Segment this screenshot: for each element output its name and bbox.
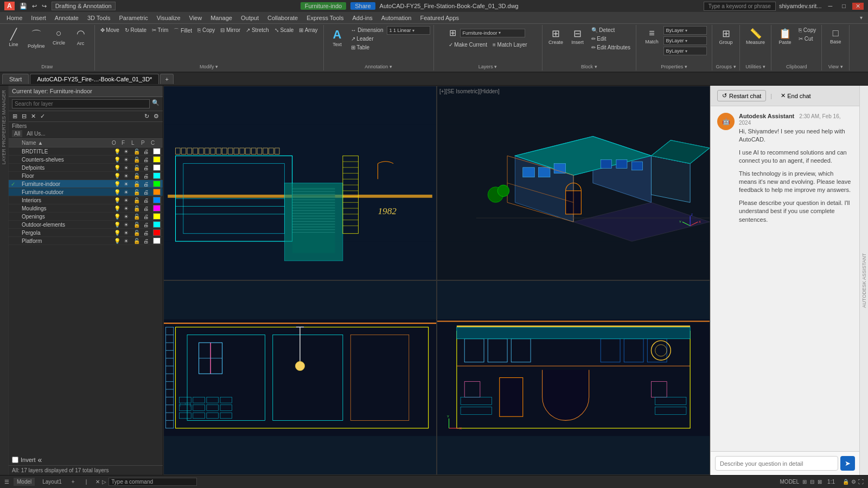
menu-home[interactable]: Home: [2, 14, 27, 22]
layer-row[interactable]: Defpoints 💡 ☀ 🔓 🖨: [9, 164, 163, 172]
layer-plot-icon[interactable]: 🖨: [143, 222, 153, 228]
ribbon-btn-move[interactable]: ✥ Move: [98, 26, 122, 34]
layer-row[interactable]: Pergola 💡 ☀ 🔓 🖨: [9, 229, 163, 237]
ribbon-toggle[interactable]: ▾: [857, 14, 866, 22]
layer-plot-icon[interactable]: 🖨: [143, 173, 153, 179]
layer-current-btn[interactable]: ✓: [39, 112, 47, 120]
layer-row[interactable]: BRDTITLE 💡 ☀ 🔓 🖨: [9, 147, 163, 156]
ribbon-btn-stretch[interactable]: ↗ Stretch: [244, 26, 271, 34]
col-plot[interactable]: P: [141, 140, 151, 146]
viewport-bottom-left[interactable]: [163, 280, 437, 475]
ribbon-btn-copy-clip[interactable]: ⎘ Copy: [796, 26, 818, 34]
ribbon-btn-text[interactable]: A Text: [327, 26, 348, 49]
viewport-top-right[interactable]: [+][SE Isometric][Hidden]: [437, 86, 710, 280]
menu-manage[interactable]: Manage: [206, 14, 237, 22]
layer-on-icon[interactable]: 💡: [114, 214, 124, 220]
layer-freeze-icon[interactable]: ☀: [124, 214, 133, 220]
layer-lock-icon[interactable]: 🔓: [133, 238, 143, 244]
menu-collaborate[interactable]: Collaborate: [263, 14, 302, 22]
layer-plot-icon[interactable]: 🖨: [143, 230, 153, 236]
layout1-tab[interactable]: Layout1: [39, 478, 65, 486]
layer-search-input[interactable]: [12, 99, 150, 108]
layer-row[interactable]: Floor 💡 ☀ 🔓 🖨: [9, 172, 163, 180]
fullscreen-icon[interactable]: ⛶: [858, 479, 864, 485]
ribbon-dropdown-furniture[interactable]: Furniture-indoor▾: [460, 29, 525, 37]
col-name[interactable]: Name ▲: [20, 140, 112, 146]
layer-on-icon[interactable]: 💡: [114, 181, 124, 187]
ribbon-btn-arc[interactable]: ◠ Arc: [71, 26, 91, 48]
ribbon-dropdown-bylayer2[interactable]: ByLayer▾: [663, 36, 707, 45]
layer-row[interactable]: Counters-shelves 💡 ☀ 🔓 🖨: [9, 156, 163, 164]
layer-on-icon[interactable]: 💡: [114, 238, 124, 244]
layer-plot-icon[interactable]: 🖨: [143, 197, 153, 203]
ribbon-btn-edit-attrs[interactable]: ✏ Edit Attributes: [589, 43, 633, 52]
layer-lock-icon[interactable]: 🔓: [133, 197, 143, 203]
layer-lock-icon[interactable]: 🔓: [133, 222, 143, 228]
menu-automation[interactable]: Automation: [377, 14, 416, 22]
layer-on-icon[interactable]: 💡: [114, 157, 124, 163]
ribbon-dropdown-bylayer3[interactable]: ByLayer▾: [663, 47, 707, 55]
layer-delete-btn[interactable]: ✕: [29, 112, 37, 120]
ribbon-btn-insert-block[interactable]: ⊟ Insert: [567, 26, 588, 47]
ribbon-btn-scale[interactable]: ⤡ Scale: [272, 26, 296, 34]
end-chat-button[interactable]: ✕ End chat: [776, 91, 815, 101]
model-btn[interactable]: MODEL: [780, 479, 800, 485]
menu-3dtools[interactable]: 3D Tools: [83, 14, 115, 22]
layer-lock-icon[interactable]: 🔓: [133, 230, 143, 236]
layer-lock-icon[interactable]: 🔓: [133, 189, 143, 195]
layer-plot-icon[interactable]: 🖨: [143, 206, 153, 211]
layer-row[interactable]: Furniture-outdoor 💡 ☀ 🔓 🖨: [9, 188, 163, 196]
ribbon-btn-make-current[interactable]: ✓ Make Current: [446, 41, 489, 49]
layer-freeze-icon[interactable]: ☀: [124, 222, 133, 228]
ribbon-btn-cut[interactable]: ✂ Cut: [796, 35, 818, 43]
snap-icon[interactable]: ⊟: [810, 479, 814, 485]
layer-plot-icon[interactable]: 🖨: [143, 181, 153, 187]
menu-featured[interactable]: Featured Apps: [416, 14, 463, 22]
ribbon-btn-create-block[interactable]: ⊞ Create: [546, 26, 566, 47]
cancel-icon[interactable]: ✕: [95, 479, 100, 485]
layer-on-icon[interactable]: 💡: [114, 149, 124, 155]
ribbon-btn-match-layer[interactable]: ≡ Match Layer: [490, 41, 529, 49]
share-button[interactable]: Share: [350, 2, 375, 10]
col-freeze[interactable]: F: [122, 140, 131, 146]
tab-start[interactable]: Start: [2, 74, 29, 84]
ribbon-btn-trim[interactable]: ✂ Trim: [150, 26, 170, 34]
layer-color-swatch[interactable]: [153, 189, 161, 195]
layer-refresh-btn[interactable]: ↻: [143, 112, 151, 120]
layer-row[interactable]: Mouldings 💡 ☀ 🔓 🖨: [9, 204, 163, 213]
ribbon-btn-layer-props[interactable]: ⊞: [446, 26, 459, 40]
ribbon-btn-fillet[interactable]: ⌒ Fillet: [171, 26, 194, 36]
layer-settings-btn[interactable]: ⚙: [152, 112, 161, 120]
grid-icon[interactable]: ⊞: [802, 479, 807, 485]
layer-plot-icon[interactable]: 🖨: [143, 165, 153, 171]
layer-search-icon[interactable]: 🔍: [152, 99, 159, 108]
layer-new-vp-btn[interactable]: ⊟: [20, 112, 28, 120]
layer-on-icon[interactable]: 💡: [114, 165, 124, 171]
autodesk-assistant-tab[interactable]: AUTODESK ASSISTANT: [859, 86, 868, 475]
ribbon-btn-dimension[interactable]: ↔ Dimension: [349, 26, 386, 34]
layer-new-btn[interactable]: ⊞: [11, 112, 19, 120]
minimize-btn[interactable]: ─: [825, 3, 836, 9]
ribbon-btn-paste[interactable]: 📋 Paste: [775, 26, 795, 47]
command-input-box[interactable]: Type a command: [108, 478, 197, 486]
search-box[interactable]: Type a keyword or phrase: [704, 2, 776, 11]
invert-checkbox[interactable]: [12, 457, 18, 463]
settings-icon[interactable]: ⚙: [851, 479, 856, 485]
workspace-dropdown[interactable]: Drafting & Annotation: [52, 2, 116, 10]
layer-freeze-icon[interactable]: ☀: [124, 189, 133, 195]
menu-output[interactable]: Output: [237, 14, 263, 22]
layer-freeze-icon[interactable]: ☀: [124, 181, 133, 187]
hamburger-icon[interactable]: ☰: [4, 479, 9, 485]
ribbon-btn-match-props[interactable]: ≡ Match: [642, 26, 662, 46]
layer-lock-icon[interactable]: 🔓: [133, 165, 143, 171]
layer-color-swatch[interactable]: [153, 205, 161, 211]
layer-on-icon[interactable]: 💡: [114, 206, 124, 211]
viewport-bottom-right[interactable]: X Y: [437, 280, 710, 475]
ribbon-dropdown-linear[interactable]: 1 1 Linear▾: [387, 26, 430, 35]
lock-icon[interactable]: 🔒: [843, 479, 849, 485]
filter-all-used[interactable]: All Us...: [24, 130, 47, 137]
layer-lock-icon[interactable]: 🔓: [133, 157, 143, 163]
layer-color-swatch[interactable]: [153, 213, 161, 220]
layer-color-swatch[interactable]: [153, 229, 161, 236]
layer-freeze-icon[interactable]: ☀: [124, 197, 133, 203]
